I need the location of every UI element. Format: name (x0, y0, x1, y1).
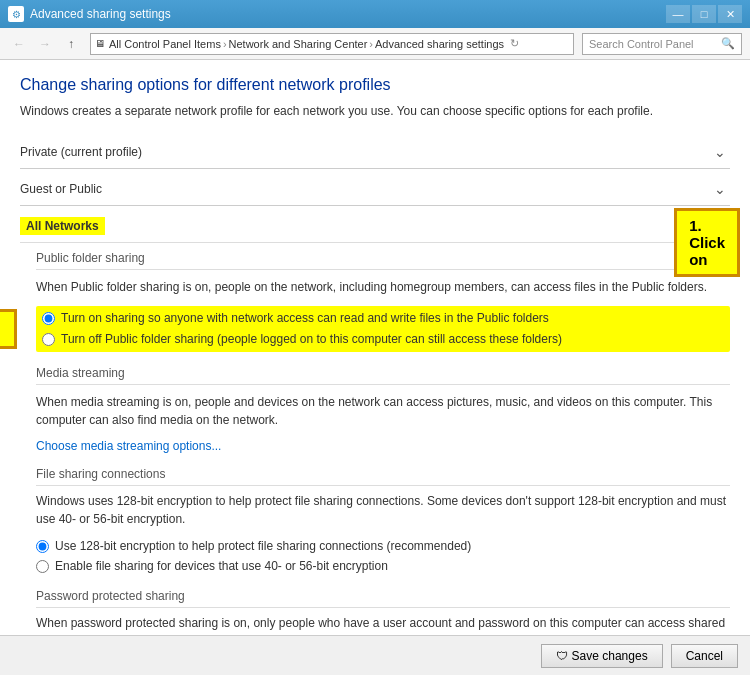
maximize-button[interactable]: □ (692, 5, 716, 23)
content-area: Change sharing options for different net… (0, 60, 750, 635)
click-on-badge: 1. Click on (674, 208, 740, 277)
guest-profile-label: Guest or Public (20, 182, 102, 196)
public-folder-radio-1[interactable] (42, 333, 55, 346)
all-networks-section: All Networks ⌃ 1. Click on Public folder… (20, 210, 730, 635)
file-sharing-option-0[interactable]: Use 128-bit encryption to help protect f… (36, 538, 730, 555)
navigation-bar: ← → ↑ 🖥 All Control Panel Items › Networ… (0, 28, 750, 60)
breadcrumb-sep-2: › (369, 38, 373, 50)
page-description: Windows creates a separate network profi… (20, 102, 730, 120)
file-sharing-option-1[interactable]: Enable file sharing for devices that use… (36, 558, 730, 575)
file-sharing-radio-1[interactable] (36, 560, 49, 573)
window-title: Advanced sharing settings (30, 7, 666, 21)
address-bar[interactable]: 🖥 All Control Panel Items › Network and … (90, 33, 574, 55)
breadcrumb-item-3: Advanced sharing settings (375, 38, 504, 50)
password-sharing-section: Password protected sharing When password… (36, 589, 730, 635)
save-icon: 🛡 (556, 649, 568, 663)
public-folder-options: Turn on sharing so anyone with network a… (36, 306, 730, 352)
public-folder-title: Public folder sharing (36, 251, 730, 270)
window-controls: — □ ✕ (666, 5, 742, 23)
all-networks-label: All Networks (20, 217, 105, 235)
cancel-button[interactable]: Cancel (671, 644, 738, 668)
window-icon: ⚙ (8, 6, 24, 22)
refresh-icon[interactable]: ↻ (510, 37, 519, 50)
public-folder-description: When Public folder sharing is on, people… (36, 278, 730, 296)
file-sharing-option-1-label: Enable file sharing for devices that use… (55, 558, 388, 575)
private-profile-label: Private (current profile) (20, 145, 142, 159)
breadcrumb-item-2[interactable]: Network and Sharing Center (229, 38, 368, 50)
public-folder-options-wrapper: 2. Turn On or Off Turn on sharing so any… (36, 306, 730, 352)
close-button[interactable]: ✕ (718, 5, 742, 23)
private-profile-section: Private (current profile) ⌄ (20, 136, 730, 169)
save-label: Save changes (572, 649, 648, 663)
breadcrumb-sep-1: › (223, 38, 227, 50)
media-streaming-section: Media streaming When media streaming is … (36, 366, 730, 453)
address-icon: 🖥 (95, 38, 105, 49)
save-button[interactable]: 🛡 Save changes (541, 644, 663, 668)
title-bar: ⚙ Advanced sharing settings — □ ✕ (0, 0, 750, 28)
guest-expand-icon: ⌄ (710, 179, 730, 199)
public-folder-option-0-label: Turn on sharing so anyone with network a… (61, 310, 549, 327)
file-sharing-options: Use 128-bit encryption to help protect f… (36, 538, 730, 576)
file-sharing-section: File sharing connections Windows uses 12… (36, 467, 730, 576)
password-sharing-title: Password protected sharing (36, 589, 730, 608)
breadcrumb-item-1[interactable]: All Control Panel Items (109, 38, 221, 50)
media-streaming-description: When media streaming is on, people and d… (36, 393, 730, 429)
file-sharing-title: File sharing connections (36, 467, 730, 486)
private-expand-icon: ⌄ (710, 142, 730, 162)
main-content: Change sharing options for different net… (0, 60, 750, 675)
file-sharing-radio-0[interactable] (36, 540, 49, 553)
bottom-bar: 🛡 Save changes Cancel (0, 635, 750, 675)
public-folder-option-0[interactable]: Turn on sharing so anyone with network a… (42, 310, 724, 327)
media-streaming-title: Media streaming (36, 366, 730, 385)
search-placeholder: Search Control Panel (589, 38, 694, 50)
public-folder-section: Public folder sharing When Public folder… (36, 251, 730, 352)
forward-button[interactable]: → (34, 33, 56, 55)
page-title: Change sharing options for different net… (20, 76, 730, 94)
password-sharing-description: When password protected sharing is on, o… (36, 614, 730, 635)
turn-on-badge: 2. Turn On or Off (0, 309, 17, 349)
file-sharing-option-0-label: Use 128-bit encryption to help protect f… (55, 538, 471, 555)
minimize-button[interactable]: — (666, 5, 690, 23)
media-streaming-link[interactable]: Choose media streaming options... (36, 439, 221, 453)
private-profile-header[interactable]: Private (current profile) ⌄ (20, 136, 730, 168)
public-folder-radio-0[interactable] (42, 312, 55, 325)
guest-profile-header[interactable]: Guest or Public ⌄ (20, 173, 730, 205)
up-button[interactable]: ↑ (60, 33, 82, 55)
public-folder-option-1[interactable]: Turn off Public folder sharing (people l… (42, 331, 724, 348)
all-networks-content: Public folder sharing When Public folder… (20, 242, 730, 635)
all-networks-header[interactable]: All Networks ⌃ 1. Click on (20, 210, 730, 242)
guest-profile-section: Guest or Public ⌄ (20, 173, 730, 206)
search-box[interactable]: Search Control Panel 🔍 (582, 33, 742, 55)
search-icon: 🔍 (721, 37, 735, 50)
file-sharing-description: Windows uses 128-bit encryption to help … (36, 492, 730, 528)
breadcrumb: All Control Panel Items › Network and Sh… (109, 38, 504, 50)
public-folder-option-1-label: Turn off Public folder sharing (people l… (61, 331, 562, 348)
back-button[interactable]: ← (8, 33, 30, 55)
